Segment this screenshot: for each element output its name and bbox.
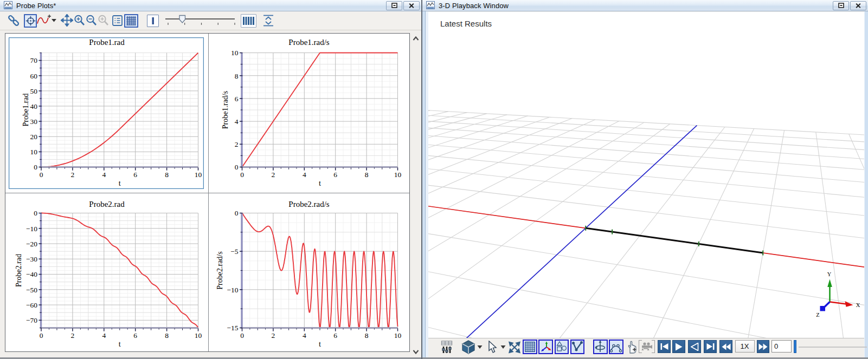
playback-controls-icon[interactable]	[440, 339, 453, 355]
svg-text:−30: −30	[26, 255, 37, 263]
plot-cell-probe1-rad-s[interactable]: 02468100246810Probe1.rad/stProbe1.rad/s	[208, 34, 409, 193]
svg-text:10: 10	[195, 171, 202, 179]
pan-icon[interactable]	[61, 14, 73, 27]
svg-text:−70: −70	[26, 316, 37, 324]
timeline-groove[interactable]	[799, 347, 867, 348]
plot-cell-probe1-rad[interactable]: 0102030405060700246810Probe1.radtProbe1.…	[5, 34, 208, 193]
drag-add-icon[interactable]	[626, 339, 638, 355]
probe-line-button[interactable]	[147, 15, 159, 27]
faster-button[interactable]	[757, 340, 769, 353]
restore-window-button[interactable]	[833, 1, 849, 10]
toggle-grid-3d-button[interactable]	[523, 340, 537, 354]
play-button[interactable]	[672, 340, 685, 353]
svg-text:t: t	[119, 340, 121, 348]
go-to-start-button[interactable]	[658, 340, 671, 353]
svg-text:10: 10	[30, 148, 38, 156]
fit-vertical-icon[interactable]	[262, 15, 274, 27]
svg-text:2: 2	[272, 331, 275, 340]
svg-text:30: 30	[30, 118, 38, 126]
playback-window: 3-D Playback Window YXZ Latest Results	[422, 0, 868, 359]
3d-viewport[interactable]: YXZ Latest Results	[428, 12, 864, 338]
svg-text:0: 0	[34, 209, 37, 217]
svg-text:0: 0	[40, 331, 43, 340]
toggle-grid-button[interactable]	[124, 14, 138, 28]
plot-probe1-rad: 0102030405060700246810Probe1.radtProbe1.…	[5, 34, 208, 193]
plot-toolbar	[0, 11, 421, 30]
plot-cell-probe2-rad[interactable]: 0−10−20−30−40−50−60−700246810Probe2.radt…	[5, 193, 208, 351]
slower-button[interactable]	[719, 340, 732, 353]
svg-text:Probe1.rad: Probe1.rad	[89, 38, 125, 47]
toggle-geometry-button[interactable]	[555, 340, 569, 354]
probe-cursor-button[interactable]	[24, 14, 37, 28]
playback-toolbar: 1X	[428, 338, 864, 355]
scroll-up-icon[interactable]	[413, 34, 419, 39]
view-cube-dropdown-icon[interactable]	[477, 339, 483, 355]
svg-text:8: 8	[365, 171, 369, 179]
svg-text:10: 10	[394, 331, 402, 340]
go-to-end-button[interactable]	[704, 340, 717, 353]
legend-icon[interactable]	[112, 15, 123, 26]
svg-text:10: 10	[195, 331, 202, 340]
close-window-button[interactable]	[850, 1, 866, 10]
add-curve-dropdown-icon[interactable]	[52, 18, 56, 22]
toggle-links-button[interactable]	[570, 340, 584, 354]
svg-text:10: 10	[231, 49, 239, 57]
svg-text:t: t	[319, 340, 321, 348]
probe-plots-titlebar[interactable]: Probe Plots*	[0, 0, 421, 11]
plot-cell-probe2-rad-s[interactable]: 0−5−10−150246810Probe2.rad/stProbe2.rad/…	[208, 193, 409, 351]
svg-text:−20: −20	[26, 240, 37, 248]
svg-text:6: 6	[333, 171, 337, 179]
animation-slider[interactable]	[165, 15, 236, 26]
toggle-axes-button[interactable]	[538, 340, 553, 354]
svg-text:Probe2.rad: Probe2.rad	[89, 200, 125, 208]
svg-text:4: 4	[235, 118, 239, 126]
time-input[interactable]	[771, 340, 792, 353]
speed-display: 1X	[735, 340, 755, 353]
trace-path-button[interactable]	[609, 340, 623, 354]
svg-text:Z: Z	[816, 312, 819, 318]
restore-window-button[interactable]	[386, 1, 402, 10]
svg-text:6: 6	[235, 95, 239, 103]
svg-text:Probe2.rad/s: Probe2.rad/s	[288, 200, 330, 208]
plots-scrollbar[interactable]	[410, 30, 421, 356]
svg-text:8: 8	[365, 331, 369, 340]
timeline-slider-thumb[interactable]	[794, 340, 796, 353]
fit-view-icon[interactable]	[509, 339, 520, 355]
select-cursor-icon[interactable]	[487, 339, 497, 355]
window-title: Probe Plots*	[16, 2, 56, 10]
zoom-reset-icon	[98, 15, 109, 27]
plot-probe2-rad-s: 0−5−10−150246810Probe2.rad/stProbe2.rad/…	[209, 193, 409, 351]
scroll-down-icon[interactable]	[413, 347, 419, 353]
svg-text:6: 6	[333, 331, 337, 340]
link-plots-icon[interactable]	[8, 14, 20, 27]
play-backward-button[interactable]	[688, 340, 701, 353]
zoom-out-icon[interactable]	[86, 15, 97, 27]
svg-text:−40: −40	[26, 270, 37, 278]
svg-text:60: 60	[30, 72, 38, 80]
close-window-button[interactable]	[403, 1, 420, 10]
view-cube-icon[interactable]	[461, 339, 475, 355]
svg-text:4: 4	[102, 331, 106, 340]
svg-text:4: 4	[102, 171, 106, 179]
svg-text:0: 0	[240, 331, 244, 340]
svg-text:2: 2	[71, 331, 75, 340]
svg-text:6: 6	[133, 331, 137, 340]
svg-text:X: X	[856, 302, 860, 308]
svg-text:−15: −15	[227, 324, 238, 332]
camera-icon	[640, 340, 654, 353]
orbit-button[interactable]	[593, 340, 608, 354]
comb-plot-button[interactable]	[241, 14, 256, 28]
playback-window-icon	[426, 1, 435, 10]
svg-text:40: 40	[30, 102, 38, 110]
svg-text:0: 0	[40, 171, 43, 179]
svg-text:0: 0	[235, 209, 239, 217]
zoom-in-icon[interactable]	[74, 15, 85, 27]
playback-titlebar[interactable]: 3-D Playback Window	[422, 0, 868, 11]
select-cursor-dropdown-icon[interactable]	[500, 339, 506, 355]
svg-text:−10: −10	[26, 225, 37, 233]
svg-text:70: 70	[30, 56, 38, 64]
window-frame-right	[864, 11, 868, 357]
svg-text:20: 20	[30, 133, 38, 141]
svg-text:−5: −5	[230, 247, 239, 256]
add-curve-icon[interactable]	[37, 15, 51, 27]
